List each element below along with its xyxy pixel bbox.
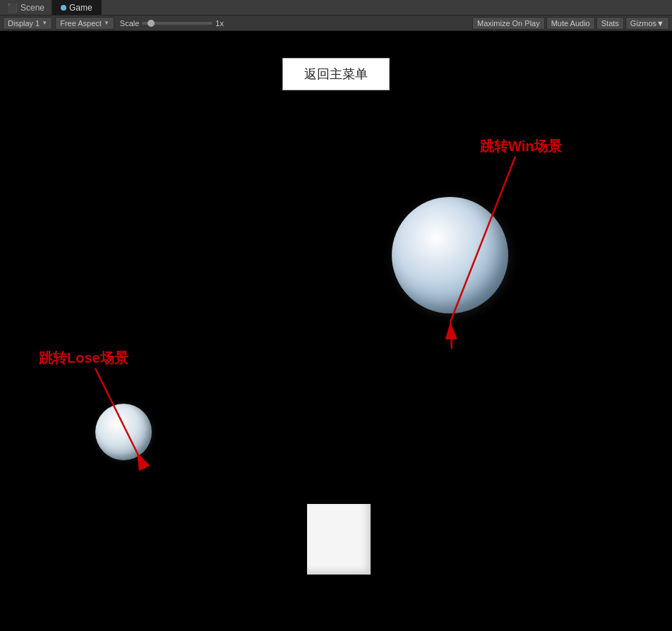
- win-scene-label: 跳转Win场景: [480, 137, 562, 156]
- display-label: Display 1: [8, 19, 40, 28]
- toolbar-right: Maximize On Play Mute Audio Stats Gizmos…: [472, 17, 669, 30]
- aspect-label: Free Aspect: [60, 19, 102, 28]
- return-to-main-menu-button[interactable]: 返回主菜单: [282, 58, 390, 90]
- large-sphere: [392, 197, 508, 313]
- mute-audio-label: Mute Audio: [551, 19, 590, 28]
- tab-bar: ⬛ Scene Game: [0, 0, 672, 16]
- stats-label: Stats: [601, 19, 619, 28]
- maximize-on-play-label: Maximize On Play: [477, 19, 540, 28]
- tab-scene-label: Scene: [20, 3, 44, 13]
- cube: [307, 504, 371, 575]
- gizmos-button[interactable]: Gizmos ▼: [625, 17, 669, 30]
- game-dot-icon: [61, 5, 66, 11]
- scene-icon: ⬛: [7, 3, 18, 13]
- scale-label: Scale: [120, 19, 140, 28]
- small-sphere: [95, 404, 152, 460]
- aspect-selector[interactable]: Free Aspect ▼: [55, 17, 114, 30]
- tab-scene[interactable]: ⬛ Scene: [0, 0, 52, 15]
- toolbar: Display 1 ▼ Free Aspect ▼ Scale 1x Maxim…: [0, 16, 672, 31]
- scale-slider[interactable]: [142, 22, 212, 25]
- maximize-on-play-button[interactable]: Maximize On Play: [472, 17, 545, 30]
- scale-control: Scale 1x: [120, 19, 224, 28]
- gizmos-label: Gizmos: [630, 19, 656, 28]
- stats-button[interactable]: Stats: [596, 17, 624, 30]
- svg-line-1: [450, 322, 452, 349]
- chevron-down-icon-2: ▼: [104, 20, 109, 26]
- tab-game-label: Game: [69, 3, 92, 13]
- return-btn-label: 返回主菜单: [304, 67, 368, 81]
- lose-scene-label: 跳转Lose场景: [39, 349, 128, 368]
- mute-audio-button[interactable]: Mute Audio: [546, 17, 595, 30]
- tab-game[interactable]: Game: [52, 0, 102, 15]
- scale-thumb[interactable]: [148, 20, 155, 27]
- scale-value: 1x: [215, 19, 224, 28]
- chevron-down-icon: ▼: [42, 20, 47, 26]
- game-viewport: 返回主菜单 跳转Win场景 跳转Lose场景: [0, 31, 672, 631]
- chevron-down-icon-3: ▼: [656, 19, 664, 28]
- display-selector[interactable]: Display 1 ▼: [3, 17, 52, 30]
